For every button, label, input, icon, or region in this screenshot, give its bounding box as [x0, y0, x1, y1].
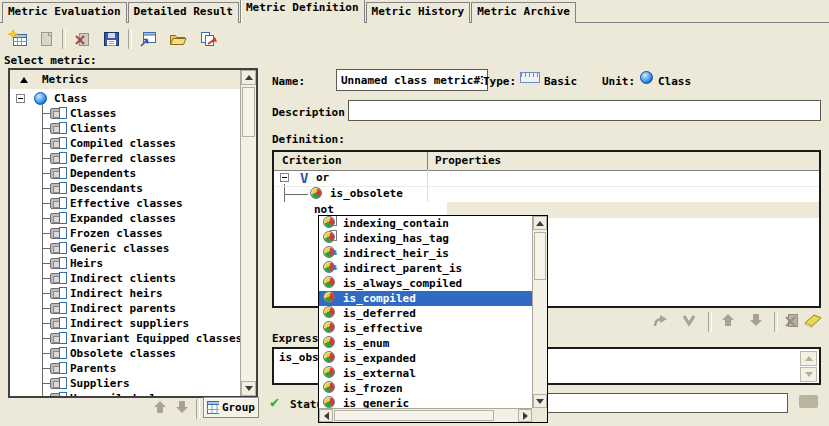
duplicate-metric-button[interactable]	[34, 27, 58, 51]
tree-item[interactable]: Expanded classes	[10, 211, 240, 226]
metric-icon	[50, 392, 69, 396]
criterion-option[interactable]: indexing_has_tag	[319, 231, 532, 246]
down-arrow-icon	[748, 312, 764, 328]
tree-item[interactable]: Compiled classes	[10, 136, 240, 151]
tab-metric-history[interactable]: Metric History	[366, 2, 471, 23]
move-metric-down-button[interactable]	[174, 399, 190, 415]
scroll-up-button[interactable]	[533, 216, 547, 230]
expression-scroll-up-button[interactable]	[800, 351, 817, 366]
scroll-thumb[interactable]	[534, 232, 546, 280]
tree-item[interactable]: Indirect parents	[10, 301, 240, 316]
criterion-icon	[323, 381, 340, 394]
tree-item[interactable]: Effective classes	[10, 196, 240, 211]
metric-icon	[50, 257, 69, 270]
tab-metric-definition[interactable]: Metric Definition	[240, 0, 365, 23]
criterion-option[interactable]: is_always_compiled	[319, 276, 532, 291]
delete-icon	[783, 313, 801, 328]
criterion-option[interactable]: is_enum	[319, 336, 532, 351]
tree-item[interactable]: Classes	[10, 106, 240, 121]
definition-row-or[interactable]: V or	[274, 170, 819, 187]
erase-definition-button[interactable]	[801, 310, 825, 330]
tree-item[interactable]: Suppliers	[10, 376, 240, 391]
tree-item-partial[interactable]: Uncompiled classes	[10, 391, 240, 396]
tree-item-label: Indirect parents	[70, 301, 176, 316]
collapse-icon[interactable]	[280, 173, 289, 182]
demote-icon	[680, 313, 698, 328]
tree-connector	[42, 278, 50, 279]
scroll-down-button[interactable]	[241, 381, 256, 396]
group-button-label: Group	[222, 401, 255, 414]
open-metric-file-button[interactable]	[166, 27, 190, 51]
scroll-thumb[interactable]	[242, 87, 255, 137]
tree-item[interactable]: Obsolete classes	[10, 346, 240, 361]
criterion-option[interactable]: indirect_heir_is	[319, 246, 532, 261]
tree-connector	[42, 158, 50, 159]
criterion-option[interactable]: is_deferred	[319, 306, 532, 321]
criterion-option[interactable]: indexing_contain	[319, 216, 532, 231]
tab-metric-archive[interactable]: Metric Archive	[471, 2, 576, 23]
criterion-option[interactable]: is_frozen	[319, 381, 532, 396]
scroll-right-button[interactable]	[518, 409, 532, 422]
criterion-option[interactable]: indirect_parent_is	[319, 261, 532, 276]
tree-item[interactable]: Indirect suppliers	[10, 316, 240, 331]
scroll-thumb[interactable]	[334, 410, 494, 421]
tree-item[interactable]: Heirs	[10, 256, 240, 271]
tree-item[interactable]: Deferred classes	[10, 151, 240, 166]
export-metrics-button[interactable]	[196, 27, 220, 51]
tree-item[interactable]: Clients	[10, 121, 240, 136]
tree-scrollbar[interactable]	[240, 70, 256, 396]
definition-row-is-obsolete[interactable]: is_obsolete	[274, 186, 819, 203]
new-metric-button[interactable]	[6, 27, 30, 51]
tree-item[interactable]: Invariant Equipped classes	[10, 331, 240, 346]
tab-metric-evaluation[interactable]: Metric Evaluation	[2, 2, 127, 23]
down-arrow-icon	[174, 399, 190, 415]
metric-icon	[50, 107, 69, 120]
tree-item[interactable]: Parents	[10, 361, 240, 376]
tree-connector	[42, 338, 50, 339]
tree-header-metrics[interactable]: Metrics	[10, 70, 240, 90]
collapse-icon[interactable]	[16, 94, 25, 103]
scrollbar-corner	[532, 408, 547, 422]
criterion-option[interactable]: is_effective	[319, 321, 532, 336]
column-divider[interactable]	[427, 152, 428, 170]
comment-icon[interactable]	[799, 395, 818, 408]
dropdown-horizontal-scrollbar[interactable]	[319, 408, 532, 422]
tree-item[interactable]: Descendants	[10, 181, 240, 196]
group-toggle-button[interactable]: Group	[203, 397, 259, 418]
criterion-relation-icon	[323, 261, 340, 274]
criterion-option[interactable]: is_expanded	[319, 351, 532, 366]
tree-item[interactable]: Frozen classes	[10, 226, 240, 241]
name-input[interactable]	[336, 69, 488, 91]
scroll-up-button[interactable]	[241, 70, 256, 85]
tab-detailed-result[interactable]: Detailed Result	[128, 2, 239, 23]
description-input[interactable]	[348, 100, 821, 121]
lower-criterion-button[interactable]	[677, 310, 701, 330]
dropdown-vertical-scrollbar[interactable]	[532, 216, 547, 408]
tree-item[interactable]: Dependents	[10, 166, 240, 181]
criterion-option-selected[interactable]: is_compiled	[319, 291, 532, 306]
tree-item-class-root[interactable]: Class	[10, 91, 240, 106]
metric-tree: Metrics Class Classes Clients Compiled c…	[8, 68, 258, 398]
export-metrics-icon	[198, 30, 218, 48]
scroll-left-button[interactable]	[319, 409, 333, 422]
move-criterion-down-button[interactable]	[744, 310, 768, 330]
criterion-dropdown: indexing_contain indexing_has_tag indire…	[318, 215, 548, 423]
tree-item[interactable]: Generic classes	[10, 241, 240, 256]
tree-connector	[42, 143, 50, 144]
metric-icon	[50, 317, 69, 330]
tree-item[interactable]: Indirect heirs	[10, 286, 240, 301]
import-metrics-button[interactable]	[136, 27, 160, 51]
save-metric-button[interactable]	[99, 27, 123, 51]
delete-metric-button[interactable]	[70, 27, 94, 51]
criterion-icon	[323, 366, 340, 379]
expression-scroll-down-button[interactable]	[800, 367, 817, 382]
tree-item[interactable]: Indirect clients	[10, 271, 240, 286]
criterion-option[interactable]: is_external	[319, 366, 532, 381]
criterion-option-label: is_always_compiled	[343, 276, 462, 291]
move-metric-up-button[interactable]	[152, 399, 168, 415]
scroll-down-button[interactable]	[533, 394, 547, 408]
criterion-option[interactable]: is_generic	[319, 396, 532, 408]
definition-table-header: Criterion Properties	[274, 152, 819, 171]
move-criterion-up-button[interactable]	[716, 310, 740, 330]
raise-criterion-button[interactable]	[648, 310, 672, 330]
